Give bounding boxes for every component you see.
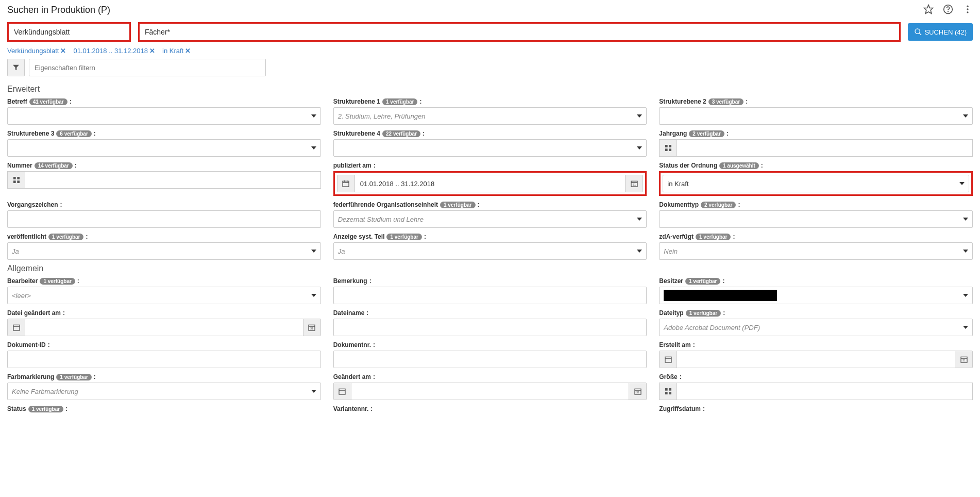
chip-verkuendungsblatt[interactable]: Verkündungsblatt ✕	[7, 47, 66, 55]
close-icon[interactable]: ✕	[149, 47, 155, 55]
label-dokid: Dokument-ID	[7, 341, 46, 349]
caret-down-icon	[637, 144, 642, 152]
calendar-end-icon[interactable]: 31	[955, 351, 972, 368]
select-se4[interactable]	[333, 139, 647, 157]
svg-rect-59	[665, 392, 668, 394]
badge-se1: 1 verfügbar	[382, 98, 417, 105]
date-geaendert[interactable]: 31	[333, 383, 647, 400]
main-search-container	[138, 22, 901, 42]
close-icon[interactable]: ✕	[185, 47, 191, 55]
select-anzeige[interactable]: Ja	[333, 242, 647, 260]
grid-icon[interactable]	[659, 139, 677, 157]
svg-marker-11	[637, 114, 642, 118]
svg-rect-15	[665, 145, 668, 147]
label-vorgang: Vorgangszeichen	[7, 201, 58, 208]
badge-se4: 22 verfügbar	[382, 130, 420, 137]
select-jahrgang[interactable]	[659, 139, 973, 157]
filter-button[interactable]	[7, 59, 25, 76]
svg-rect-60	[669, 392, 671, 394]
select-betreff[interactable]	[7, 107, 321, 125]
select-veroeff[interactable]: Ja	[7, 242, 321, 260]
calendar-end-icon[interactable]: 31	[629, 383, 646, 400]
input-doknr[interactable]	[333, 351, 647, 368]
calendar-end-icon[interactable]: 31	[625, 175, 643, 192]
calendar-start-icon[interactable]	[660, 351, 677, 368]
filter-properties-input[interactable]	[29, 59, 266, 76]
caret-down-icon	[963, 112, 968, 120]
close-icon[interactable]: ✕	[60, 47, 66, 55]
label-jahrgang: Jahrgang	[659, 130, 687, 137]
svg-rect-22	[13, 180, 16, 183]
svg-point-2	[948, 11, 949, 12]
label-bemerkung: Bemerkung	[333, 277, 367, 285]
svg-rect-52	[339, 389, 345, 394]
caret-down-icon	[963, 216, 968, 223]
value-feder: Dezernat Studium und Lehre	[338, 216, 424, 223]
input-dateiname[interactable]	[333, 319, 647, 336]
input-vorgang[interactable]	[7, 210, 321, 228]
select-feder[interactable]: Dezernat Studium und Lehre	[333, 210, 647, 228]
date-erstellt[interactable]: 31	[659, 351, 973, 368]
badge-nummer: 14 verfügbar	[35, 162, 73, 169]
svg-marker-35	[311, 250, 316, 253]
badge-anzeige: 1 verfügbar	[386, 234, 421, 240]
label-se1: Strukturebene 1	[333, 98, 380, 105]
input-bemerkung[interactable]	[333, 287, 647, 304]
calendar-end-icon[interactable]: 31	[303, 319, 320, 336]
calendar-start-icon[interactable]	[337, 175, 355, 192]
svg-rect-20	[13, 177, 16, 179]
svg-marker-38	[311, 294, 316, 297]
caret-down-icon	[963, 292, 968, 300]
label-veroeff: veröffentlicht	[7, 233, 46, 240]
help-icon[interactable]	[943, 4, 953, 16]
search-input[interactable]	[145, 28, 894, 36]
select-zda[interactable]: Nein	[659, 242, 973, 260]
svg-marker-10	[311, 114, 316, 118]
search-button[interactable]: SUCHEN (42)	[908, 23, 973, 41]
value-zda: Nein	[664, 247, 678, 255]
badge-se2: 3 verfügbar	[708, 98, 744, 105]
select-doktyp[interactable]	[659, 210, 973, 228]
more-icon[interactable]	[962, 4, 973, 16]
svg-marker-34	[963, 218, 968, 221]
svg-text:31: 31	[962, 359, 966, 362]
svg-rect-18	[669, 148, 671, 151]
label-se3: Strukturebene 3	[7, 130, 54, 137]
label-publiziert: publiziert am	[333, 162, 371, 169]
chip-label: in Kraft	[162, 47, 183, 55]
search-type-select[interactable]: Verkündungsblatt	[7, 22, 131, 42]
select-nummer[interactable]	[7, 171, 321, 189]
svg-rect-25	[343, 181, 349, 187]
star-icon[interactable]	[923, 4, 934, 16]
select-se3[interactable]	[7, 139, 321, 157]
grid-icon[interactable]	[659, 383, 677, 400]
svg-marker-13	[311, 146, 316, 150]
input-dokid[interactable]	[7, 351, 321, 368]
date-range-publiziert[interactable]: 01.01.2018 .. 31.12.2018 31	[337, 175, 644, 192]
page-title: Suchen in Produktion (P)	[7, 5, 110, 15]
chip-inkraft[interactable]: in Kraft ✕	[162, 47, 191, 55]
calendar-start-icon[interactable]	[334, 383, 351, 400]
svg-marker-33	[637, 218, 642, 221]
badge-doktyp: 2 verfügbar	[701, 202, 736, 208]
date-dateigeaendert[interactable]: 31	[7, 319, 321, 336]
select-dateityp[interactable]: Adobe Acrobat Document (PDF)	[659, 319, 973, 336]
select-status[interactable]: in Kraft	[663, 175, 969, 192]
calendar-start-icon[interactable]	[8, 319, 25, 336]
svg-rect-23	[17, 180, 20, 183]
svg-marker-12	[963, 114, 968, 118]
chip-daterange[interactable]: 01.01.2018 .. 31.12.2018 ✕	[73, 47, 155, 55]
select-se1[interactable]: 2. Studium, Lehre, Prüfungen	[333, 107, 647, 125]
badge-veroeff: 1 verfügbar	[48, 234, 83, 240]
select-farbe[interactable]: Keine Farbmarkierung	[7, 383, 321, 400]
caret-down-icon	[311, 247, 316, 255]
select-besitzer[interactable]	[659, 287, 973, 304]
caret-down-icon	[311, 112, 316, 120]
badge-status2: 1 verfügbar	[28, 406, 63, 412]
caret-down-icon	[311, 292, 316, 300]
grid-icon[interactable]	[7, 171, 25, 189]
select-bearbeiter[interactable]: <leer>	[7, 287, 321, 304]
select-se2[interactable]	[659, 107, 973, 125]
input-groesse[interactable]	[659, 383, 973, 400]
value-anzeige: Ja	[338, 247, 345, 255]
